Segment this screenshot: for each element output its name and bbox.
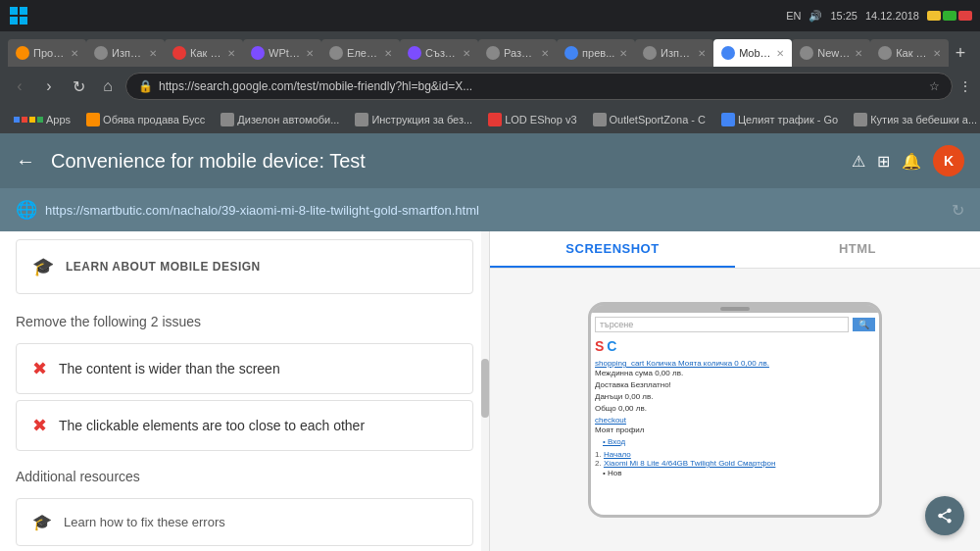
share-fab-button[interactable] [925,496,964,535]
tab-t4[interactable]: WPto... ✕ [243,39,321,67]
phone-login-item[interactable]: • Вход [595,436,875,446]
tab-favicon-t11 [800,46,813,60]
bookmark-4[interactable]: LOD EShop v3 [482,111,582,128]
notification-icon[interactable]: ⚠ [852,152,865,171]
address-input[interactable]: 🔒 https://search.google.com/test/mobile-… [125,73,953,100]
phone-cart-link[interactable]: shopping_cart Количка Моята количка 0 0,… [595,358,875,368]
reload-button[interactable]: ↻ [67,75,90,98]
tab-favicon-t8 [564,46,578,60]
bookmark-3[interactable]: Инструкция за без... [349,111,478,128]
close-button[interactable] [958,11,972,21]
phone-area: търсене 🔍 S C shopping_cart Количка Моят… [490,269,980,551]
svg-rect-3 [20,17,27,25]
tab-label-t5: Електр... [347,47,380,59]
tab-label-t7: Разм... [504,47,537,59]
title-bar: EN 🔊 15:25 14.12.2018 [0,0,980,31]
scrollbar-track [481,231,489,551]
svg-rect-1 [20,7,27,15]
back-button[interactable]: ‹ [8,75,31,98]
tab-t6[interactable]: Създ... ✕ [400,39,478,67]
tab-close-t9[interactable]: ✕ [698,48,706,59]
tab-close-t7[interactable]: ✕ [541,48,549,59]
tab-label-t1: Пров... [33,47,67,59]
url-refresh-icon[interactable]: ↻ [952,201,964,220]
lock-icon: 🔒 [138,79,153,93]
back-icon[interactable]: ← [16,150,35,173]
page-title: Convenience for mobile device: Test [51,150,836,173]
date-display: 14.12.2018 [865,10,919,22]
learn-about-box[interactable]: 🎓 LEARN ABOUT MOBILE DESIGN [16,239,473,294]
bookmark-1[interactable]: Обява продава Бусс [80,111,211,128]
home-button[interactable]: ⌂ [96,75,120,98]
panel-tab-switcher: SCREENSHOT HTML [490,231,980,269]
phone-breadcrumb-1[interactable]: 1. Начало [595,450,875,459]
maximize-button[interactable] [943,11,956,21]
tab-close-t2[interactable]: ✕ [149,48,157,59]
tab-t1[interactable]: Пров... ✕ [8,39,86,67]
language-label: EN [786,10,801,22]
bookmark-2[interactable]: Дизелон автомоби... [215,111,345,128]
tab-html[interactable]: HTML [735,231,980,268]
svg-rect-2 [10,17,18,25]
forward-button[interactable]: › [37,75,61,98]
tab-t11[interactable]: New Tab ✕ [792,39,870,67]
tab-label-t3: Как с... [190,47,223,59]
phone-breadcrumb-2[interactable]: 2. Xiaomi Mi 8 Lite 4/64GB Twilight Gold… [595,459,875,468]
tab-close-t1[interactable]: ✕ [71,48,78,59]
right-panel: SCREENSHOT HTML търсене 🔍 [490,231,980,551]
issue-item-1[interactable]: ✖ The content is wider than the screen [16,343,473,394]
minimize-button[interactable] [927,11,941,21]
issue-item-2[interactable]: ✖ The clickable elements are too close t… [16,400,473,451]
tab-t9[interactable]: Използ... ✕ [635,39,713,67]
tab-t12[interactable]: Как с... ✕ [870,39,949,67]
bookmark-5[interactable]: OutletSportZona - C [587,111,711,128]
tab-close-t8[interactable]: ✕ [619,48,627,59]
tab-screenshot[interactable]: SCREENSHOT [490,231,735,268]
phone-breadcrumbs: 1. Начало 2. Xiaomi Mi 8 Lite 4/64GB Twi… [595,450,875,468]
new-tab-button[interactable]: + [949,39,972,67]
tab-t5[interactable]: Електр... ✕ [321,39,400,67]
tab-close-t12[interactable]: ✕ [933,48,941,59]
tab-t10[interactable]: Mobil... ✕ [713,39,792,67]
tab-t2[interactable]: Използ... ✕ [86,39,165,67]
phone-info-line4: Общо 0,00 лв. [595,403,875,415]
bookmark-label-3: Инструкция за без... [371,114,472,125]
phone-checkout-link[interactable]: checkout [595,415,875,425]
grid-icon[interactable]: ⊞ [877,152,890,171]
bookmark-label-2: Дизелон автомоби... [237,114,339,125]
tab-t3[interactable]: Как с... ✕ [165,39,243,67]
left-panel: 🎓 LEARN ABOUT MOBILE DESIGN Remove the f… [0,231,490,551]
tab-close-t4[interactable]: ✕ [306,48,314,59]
extensions-icon[interactable]: ⋮ [958,78,972,94]
tab-label-t6: Създ... [425,47,459,59]
bookmark-6[interactable]: Целият трафик - Go [715,111,844,128]
tab-t7[interactable]: Разм... ✕ [478,39,557,67]
tab-t8[interactable]: прев... ✕ [557,39,635,67]
os-toolbar [8,5,29,26]
svg-rect-0 [10,7,18,15]
tab-close-t5[interactable]: ✕ [384,48,392,59]
phone-profile-section: Моят профил [595,425,875,436]
scrollbar-thumb[interactable] [481,359,489,418]
tab-label-t9: Използ... [661,47,694,59]
error-icon-2: ✖ [32,415,47,436]
globe-icon: 🌐 [16,199,37,221]
tab-close-t6[interactable]: ✕ [463,48,470,59]
phone-search-button[interactable]: 🔍 [853,318,875,331]
star-icon[interactable]: ☆ [929,79,940,93]
tab-close-t3[interactable]: ✕ [227,48,235,59]
tab-close-t10[interactable]: ✕ [776,48,784,59]
phone-mockup: търсене 🔍 S C shopping_cart Количка Моят… [588,302,882,518]
bell-icon[interactable]: 🔔 [902,152,921,171]
page-url: https://smartbutic.com/nachalo/39-xiaomi… [45,203,944,218]
bookmark-7[interactable]: Кутия за бебешки а... [848,111,980,128]
bookmark-apps[interactable]: Apps [8,112,76,127]
user-avatar[interactable]: K [933,145,964,176]
windows-icon[interactable] [8,5,29,26]
address-bar: ‹ › ↻ ⌂ 🔒 https://search.google.com/test… [0,67,980,106]
resource-item-1[interactable]: 🎓 Learn how to fix these errors [16,498,473,546]
tab-close-t11[interactable]: ✕ [855,48,862,59]
tab-favicon-t5 [329,46,343,60]
phone-bullet-item: • Нов [595,468,875,477]
bookmark-label-1: Обява продава Бусс [103,114,205,125]
